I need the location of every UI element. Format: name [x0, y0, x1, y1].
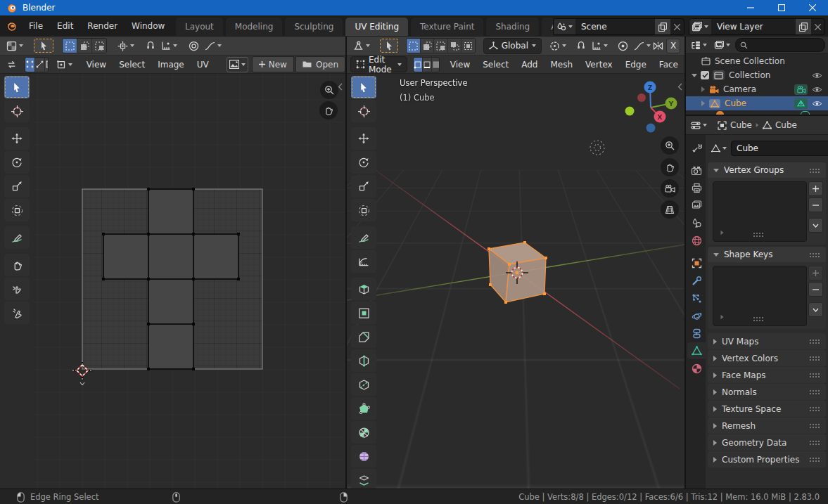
uv-active-tool-button[interactable]: [34, 39, 53, 53]
vp-proportional-edit-icon[interactable]: [616, 39, 630, 53]
vp-tool-spin[interactable]: [351, 421, 376, 444]
panel-uv-maps[interactable]: UV Maps: [708, 333, 826, 349]
panel-drag-grip[interactable]: [809, 423, 820, 428]
shape-key-add-button[interactable]: [808, 266, 823, 280]
collection-hide-icon[interactable]: [812, 72, 822, 79]
vp-mode-dropdown[interactable]: Edit Mode: [350, 56, 407, 72]
uv-tool-move[interactable]: [4, 127, 30, 150]
vertex-groups-list[interactable]: [713, 181, 807, 242]
vertex-group-remove-button[interactable]: [808, 198, 823, 212]
list-filter-expand-icon[interactable]: [721, 315, 724, 319]
uv-pan-button[interactable]: [319, 101, 338, 119]
uv-menu-view[interactable]: View: [80, 60, 113, 70]
vp-pan-button[interactable]: [661, 158, 679, 176]
uv-sidebar-toggle[interactable]: [338, 83, 343, 91]
uv-vertex-select-button[interactable]: [25, 58, 35, 72]
camera-expand-icon[interactable]: [701, 86, 705, 92]
tab-physics[interactable]: [687, 307, 706, 324]
vp-select-subtract-button[interactable]: [434, 39, 447, 53]
tab-scene[interactable]: [687, 214, 706, 231]
tab-layout[interactable]: Layout: [176, 18, 223, 36]
panel-drag-grip[interactable]: [809, 457, 820, 462]
tab-animation[interactable]: Animation: [542, 18, 553, 36]
uv-image-browse-dropdown[interactable]: [227, 57, 248, 72]
uv-tool-scale[interactable]: [4, 175, 30, 198]
vertex-group-specials-button[interactable]: [808, 218, 823, 233]
outliner-search[interactable]: [735, 38, 825, 52]
list-resize-grip[interactable]: [753, 316, 764, 321]
mesh-data-browse-dropdown[interactable]: [709, 141, 729, 155]
outliner-row-cube[interactable]: Cube: [686, 96, 828, 110]
vp-select-extend-button[interactable]: [421, 39, 434, 53]
breadcrumb-object-label[interactable]: Cube: [730, 120, 752, 130]
vp-tool-rotate[interactable]: [351, 151, 376, 174]
outliner-type-dropdown[interactable]: [689, 38, 709, 52]
uv-pivot-dropdown[interactable]: [115, 39, 136, 53]
vp-sidebar-toggle[interactable]: [677, 83, 682, 91]
view-layer-selector[interactable]: View Layer: [689, 18, 825, 35]
tab-sculpting[interactable]: Sculpting: [285, 18, 343, 36]
uv-tool-grab[interactable]: [4, 254, 30, 276]
tab-render[interactable]: [687, 162, 706, 179]
outliner-row-scene-collection[interactable]: Scene Collection: [686, 54, 828, 68]
vp-menu-add[interactable]: Add: [515, 60, 544, 70]
uv-menu-image[interactable]: Image: [151, 60, 191, 70]
vp-tool-edge-slide[interactable]: [351, 469, 376, 489]
vp-tool-smooth[interactable]: [351, 445, 376, 467]
vp-menu-view[interactable]: View: [444, 60, 476, 70]
vp-tool-annotate[interactable]: [351, 226, 376, 249]
outliner-filter-dropdown[interactable]: [712, 38, 732, 52]
uv-select-set-button[interactable]: [63, 39, 77, 53]
vp-snap-target-dropdown[interactable]: [590, 39, 610, 53]
scene-unlink-button[interactable]: [670, 19, 684, 34]
tab-uv-editing[interactable]: UV Editing: [345, 18, 408, 36]
vp-tool-inset-faces[interactable]: [351, 302, 376, 324]
vp-falloff-dropdown[interactable]: [632, 39, 653, 53]
outliner-row-camera[interactable]: Camera: [686, 82, 828, 96]
mesh-data-icon[interactable]: [794, 98, 808, 109]
tab-output[interactable]: [687, 179, 706, 196]
uv-edge-select-button[interactable]: [35, 58, 45, 72]
camera-data-icon[interactable]: [794, 84, 808, 95]
menu-edit[interactable]: Edit: [50, 15, 80, 37]
face-mode-button[interactable]: [432, 58, 439, 72]
uv-tool-relax[interactable]: [4, 278, 30, 300]
uv-falloff-dropdown[interactable]: [203, 39, 224, 53]
panel-normals[interactable]: Normals: [708, 384, 826, 400]
scene-name[interactable]: Scene: [575, 22, 655, 32]
vp-tool-move[interactable]: [351, 127, 376, 150]
vp-menu-mesh[interactable]: Mesh: [544, 60, 579, 70]
collection-expand-icon[interactable]: [692, 74, 697, 77]
vp-menu-edge[interactable]: Edge: [619, 60, 653, 70]
vp-menu-select[interactable]: Select: [476, 60, 515, 70]
panel-drag-grip[interactable]: [809, 168, 820, 173]
cube-hide-icon[interactable]: [812, 101, 822, 107]
uv-menu-uv[interactable]: UV: [191, 60, 215, 70]
tab-view-layer[interactable]: [687, 197, 706, 214]
tab-tool[interactable]: [687, 139, 706, 156]
vp-tool-select-box[interactable]: [351, 76, 376, 98]
uv-tool-transform[interactable]: [4, 199, 30, 221]
vp-tool-measure[interactable]: [351, 250, 376, 273]
vp-select-intersect-button[interactable]: [461, 39, 474, 53]
list-filter-expand-icon[interactable]: [721, 231, 724, 235]
vp-orientation-dropdown[interactable]: Global: [483, 38, 542, 54]
vp-snap-magnet-icon[interactable]: [574, 39, 588, 53]
vp-canvas[interactable]: Z Y X User Perspective (1) Cube: [347, 73, 684, 489]
scene-browse-button[interactable]: [554, 19, 575, 34]
uv-sync-selection-toggle[interactable]: [4, 58, 19, 72]
uv-snap-target-dropdown[interactable]: [159, 39, 179, 53]
uv-tool-cursor[interactable]: [4, 100, 30, 122]
light-object[interactable]: [590, 141, 604, 155]
vp-menu-face[interactable]: Face: [653, 60, 684, 70]
proportional-edit-icon[interactable]: [186, 39, 201, 53]
vp-editor-type-dropdown[interactable]: [351, 39, 372, 53]
scene-new-button[interactable]: [655, 19, 670, 34]
list-resize-grip[interactable]: [753, 232, 764, 237]
tab-modeling[interactable]: Modeling: [226, 18, 283, 36]
uv-new-image-button[interactable]: New: [252, 56, 294, 72]
properties-type-dropdown[interactable]: [689, 118, 709, 132]
shape-key-specials-button[interactable]: [808, 302, 823, 317]
vp-tool-scale[interactable]: [351, 175, 376, 198]
panel-drag-grip[interactable]: [809, 339, 820, 344]
